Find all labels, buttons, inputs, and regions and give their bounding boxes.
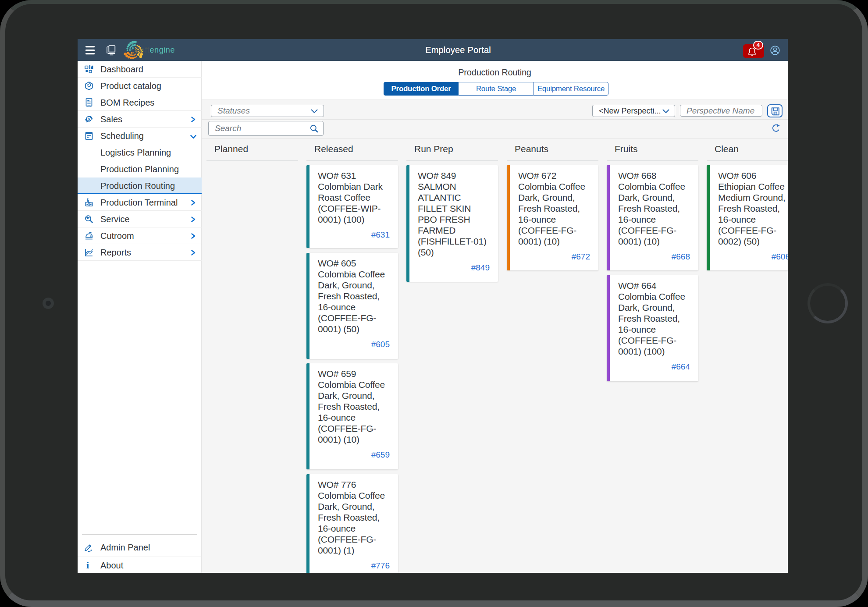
svg-text:$: $ xyxy=(88,117,90,121)
